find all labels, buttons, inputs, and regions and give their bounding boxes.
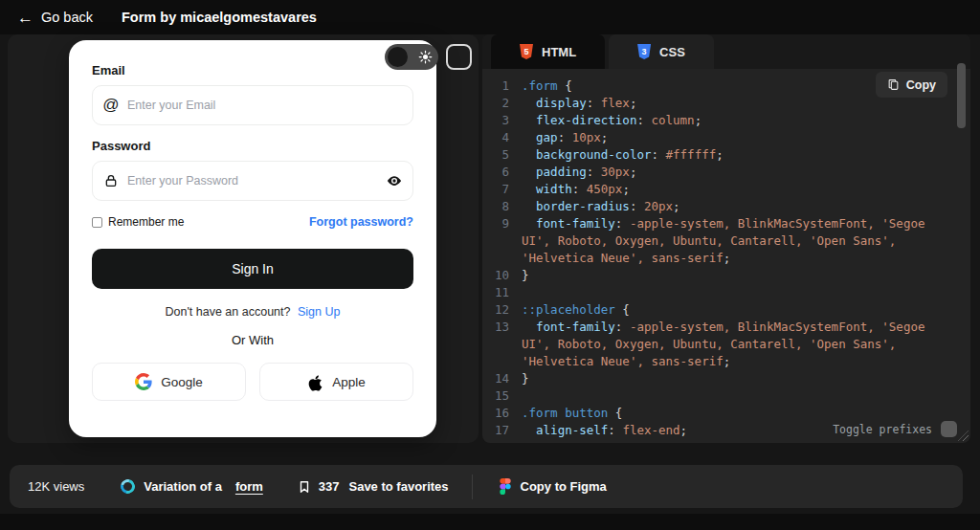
- password-input[interactable]: [92, 161, 413, 201]
- signup-line: Don't have an account? Sign Up: [92, 305, 413, 319]
- remember-row: Remember me Forgot password?: [92, 214, 413, 230]
- code-row: 4 gap: 10px;: [482, 129, 970, 146]
- google-icon: [135, 373, 152, 390]
- copy-to-figma-button[interactable]: Copy to Figma: [500, 478, 607, 495]
- password-field-wrap: [92, 161, 413, 201]
- forgot-password-link[interactable]: Forgot password?: [309, 215, 413, 229]
- code-row: 8 border-radius: 20px;: [482, 198, 970, 215]
- copy-code-button[interactable]: Copy: [876, 72, 947, 98]
- tab-css-label: CSS: [659, 45, 685, 59]
- google-button[interactable]: Google: [92, 363, 246, 401]
- copy-label: Copy: [906, 78, 936, 92]
- code-row: 10}: [482, 267, 970, 284]
- top-bar: ← Go back Form by micaelgomestavares: [0, 0, 980, 34]
- back-arrow-icon: ←: [17, 10, 33, 26]
- remember-label: Remember me: [108, 215, 184, 229]
- code-lines: 1.form {2 display: flex;3 flex-direction…: [482, 69, 970, 443]
- tab-css[interactable]: 3 CSS: [609, 34, 714, 69]
- bottom-action-bar: 12K views Variation of a form 337 Save t…: [10, 465, 963, 508]
- code-row: 5 background-color: #ffffff;: [482, 146, 970, 164]
- code-panel: 5 HTML 3 CSS 1.form {2 display: flex;3 f…: [482, 34, 970, 443]
- variation-ring-icon: [119, 476, 138, 496]
- signin-form-card: Email @ Password Remember me: [69, 40, 436, 437]
- tab-html-label: HTML: [542, 45, 576, 59]
- figma-label: Copy to Figma: [521, 479, 607, 494]
- background-color-button[interactable]: [446, 44, 472, 70]
- oauth-row: Google Apple: [92, 363, 413, 401]
- email-input[interactable]: [92, 85, 413, 125]
- save-to-favorites-button[interactable]: 337 Save to favorites: [298, 479, 449, 495]
- signup-prompt: Don't have an account?: [166, 305, 291, 319]
- apple-button[interactable]: Apple: [259, 363, 413, 401]
- code-scrollbar[interactable]: [957, 63, 966, 128]
- page-title: Form by micaelgomestavares: [122, 10, 317, 25]
- toggle-prefixes-switch[interactable]: [941, 421, 957, 437]
- favorites-count: 337: [319, 479, 340, 494]
- preview-panel: Email @ Password Remember me: [8, 34, 479, 443]
- go-back-button[interactable]: ← Go back: [17, 10, 93, 26]
- theme-toggle-knob: [388, 47, 408, 67]
- google-label: Google: [161, 375, 203, 389]
- code-tabstrip: 5 HTML 3 CSS: [482, 34, 970, 69]
- tab-html[interactable]: 5 HTML: [491, 34, 605, 69]
- apple-icon: [307, 373, 323, 391]
- views-count: 12K views: [28, 479, 84, 494]
- variation-prefix: Variation of a: [144, 479, 222, 494]
- code-row: 3 flex-direction: column;: [482, 112, 970, 129]
- code-row: 'Helvetica Neue', sans-serif;: [482, 353, 970, 370]
- css3-icon: 3: [637, 44, 651, 59]
- clipboard-icon: [887, 78, 900, 91]
- code-row: 11: [482, 284, 970, 301]
- code-row: 'Helvetica Neue', sans-serif;: [482, 250, 970, 267]
- footer-strip: [0, 514, 980, 530]
- code-row: 12::placeholder {: [482, 301, 970, 319]
- bottombar-divider: [472, 475, 473, 499]
- toggle-prefixes-label: Toggle prefixes: [833, 423, 932, 436]
- code-row: 14}: [482, 370, 970, 387]
- show-password-eye-icon[interactable]: [386, 172, 403, 189]
- variation-group: Variation of a form: [121, 479, 263, 494]
- or-with-label: Or With: [92, 333, 413, 347]
- remember-checkbox[interactable]: [92, 217, 102, 228]
- favorites-label: Save to favorites: [348, 479, 448, 494]
- email-field-wrap: @: [92, 85, 413, 125]
- code-row: UI', Roboto, Oxygen, Ubuntu, Cantarell, …: [482, 232, 970, 250]
- sign-up-link[interactable]: Sign Up: [298, 305, 340, 319]
- bookmark-icon: [298, 479, 311, 495]
- lock-icon: [102, 172, 120, 189]
- code-row: UI', Roboto, Oxygen, Ubuntu, Cantarell, …: [482, 336, 970, 353]
- go-back-label: Go back: [41, 10, 93, 25]
- code-row: 9 font-family: -apple-system, BlinkMacSy…: [482, 215, 970, 232]
- at-icon: @: [102, 97, 120, 114]
- apple-label: Apple: [332, 375, 366, 389]
- variation-form-link[interactable]: form: [235, 479, 263, 494]
- sign-in-button[interactable]: Sign In: [92, 249, 413, 289]
- theme-toggle[interactable]: [385, 44, 438, 70]
- sun-icon: [418, 50, 433, 64]
- code-row: 7 width: 450px;: [482, 181, 970, 198]
- code-row: 15: [482, 387, 970, 405]
- password-label: Password: [92, 139, 413, 153]
- html5-icon: 5: [520, 44, 533, 59]
- code-row: 6 padding: 30px;: [482, 164, 970, 181]
- code-row: 16.form button {: [482, 405, 970, 422]
- toggle-prefixes-row: Toggle prefixes: [833, 421, 957, 437]
- figma-icon: [500, 478, 511, 495]
- code-row: 13 font-family: -apple-system, BlinkMacS…: [482, 319, 970, 336]
- email-label: Email: [92, 63, 413, 77]
